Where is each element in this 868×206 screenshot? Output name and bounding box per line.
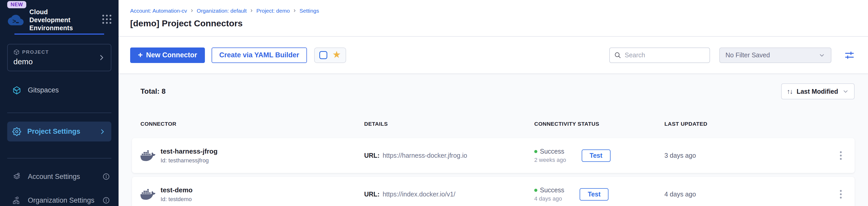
- main-content: Account: Automation-cv › Organization: d…: [119, 0, 868, 206]
- last-updated-cell: 3 days ago: [664, 152, 832, 159]
- column-header-connector: CONNECTOR: [141, 121, 364, 127]
- test-connection-button[interactable]: Test: [580, 188, 609, 201]
- star-icon: ★: [333, 50, 341, 59]
- connector-name-block: test-harness-jfrog Id: testharnessjfrog: [160, 147, 218, 164]
- status-dot-success: [534, 150, 537, 153]
- row-menu-kebab-icon[interactable]: [837, 149, 844, 162]
- breadcrumb-separator: ›: [191, 7, 193, 14]
- filter-sliders-icon[interactable]: [844, 50, 855, 60]
- favorites-checkbox[interactable]: [319, 51, 327, 59]
- test-connection-button[interactable]: Test: [582, 150, 611, 162]
- column-header-last-updated: LAST UPDATED: [664, 121, 832, 127]
- chevron-down-icon: [842, 88, 849, 95]
- project-meta: PROJECT demo: [13, 49, 49, 66]
- saved-filter-select[interactable]: No Filter Saved: [719, 48, 831, 63]
- cube-icon: [13, 49, 20, 55]
- connectivity-status-cell: Success 2 weeks ago Test: [534, 148, 664, 163]
- sidebar-item-gitspaces[interactable]: Gitspaces: [0, 85, 119, 96]
- toolbar: + New Connector Create via YAML Builder …: [119, 37, 868, 74]
- sidebar-item-label: Organization Settings: [28, 197, 94, 204]
- new-connector-label: New Connector: [146, 51, 197, 59]
- breadcrumb-account[interactable]: Account: Automation-cv: [130, 8, 187, 14]
- project-selector-label: PROJECT: [22, 49, 49, 55]
- column-header-connectivity-status: CONNECTIVITY STATUS: [534, 121, 664, 127]
- table-row[interactable]: test-harness-jfrog Id: testharnessjfrog …: [132, 138, 855, 173]
- status-dot-success: [534, 189, 537, 192]
- layers-gear-icon: [12, 172, 21, 181]
- connector-id: Id: testharnessjfrog: [160, 157, 218, 164]
- plus-icon: +: [138, 50, 143, 60]
- connector-name-block: test-demo Id: testdemo: [160, 186, 192, 203]
- search-box: [609, 48, 710, 63]
- url-label: URL:: [364, 190, 380, 198]
- app-logo-row: > Cloud Development Environments: [7, 8, 111, 32]
- docker-icon: [141, 187, 155, 202]
- chevron-right-icon: [99, 128, 106, 135]
- sidebar-item-label: Account Settings: [28, 173, 80, 181]
- new-badge: NEW: [7, 1, 26, 8]
- column-header-details: DETAILS: [364, 121, 534, 127]
- details-cell: URL: https://harness-docker.jfrog.io: [364, 152, 534, 159]
- status-block: Success 2 weeks ago: [534, 148, 566, 163]
- app-switcher-grid-icon[interactable]: [102, 15, 111, 24]
- breadcrumb-organization[interactable]: Organization: default: [197, 8, 247, 14]
- chevron-right-icon: [98, 54, 105, 61]
- gear-icon: [12, 127, 21, 136]
- info-icon[interactable]: [102, 197, 110, 204]
- list-top-bar: Total: 8 ↑↓ Last Modified: [132, 83, 855, 99]
- last-updated-cell: 4 days ago: [664, 190, 832, 198]
- connector-list-area: Total: 8 ↑↓ Last Modified CONNECTOR DETA…: [119, 74, 868, 206]
- connectivity-status-cell: Success 4 days ago Test: [534, 186, 664, 202]
- status-text: Success: [540, 148, 564, 155]
- sidebar-divider: [7, 158, 111, 158]
- breadcrumb: Account: Automation-cv › Organization: d…: [130, 8, 857, 14]
- sort-dropdown[interactable]: ↑↓ Last Modified: [781, 83, 855, 99]
- app-title: Cloud Development Environments: [29, 8, 84, 32]
- connector-cell: test-demo Id: testdemo: [141, 186, 364, 203]
- docker-icon: [141, 148, 155, 163]
- sidebar: NEW > Cloud Development Environments PRO…: [0, 0, 119, 206]
- connector-name: test-demo: [160, 186, 192, 194]
- create-via-yaml-builder-button[interactable]: Create via YAML Builder: [212, 48, 307, 63]
- breadcrumb-settings[interactable]: Settings: [300, 8, 319, 14]
- breadcrumb-project[interactable]: Project: demo: [256, 8, 290, 14]
- project-selector-value: demo: [13, 57, 49, 66]
- url-value: https://index.docker.io/v1/: [383, 190, 455, 198]
- sort-arrows-icon: ↑↓: [787, 87, 793, 96]
- breadcrumb-separator: ›: [250, 7, 253, 14]
- status-time: 2 weeks ago: [534, 157, 566, 163]
- table-row[interactable]: test-demo Id: testdemo URL: https://inde…: [132, 177, 855, 206]
- status-time: 4 days ago: [534, 196, 564, 202]
- new-connector-button[interactable]: + New Connector: [130, 48, 205, 63]
- sidebar-item-organization-settings[interactable]: Organization Settings: [0, 195, 119, 206]
- sidebar-item-label: Gitspaces: [28, 86, 59, 94]
- breadcrumb-separator: ›: [293, 7, 296, 14]
- gitspaces-cube-icon: [12, 86, 21, 95]
- chevron-down-icon: [818, 52, 825, 59]
- project-selector[interactable]: PROJECT demo: [7, 44, 111, 71]
- svg-text:>: >: [12, 18, 16, 25]
- sidebar-header: NEW > Cloud Development Environments: [0, 0, 119, 34]
- search-input[interactable]: [625, 51, 705, 59]
- sidebar-item-project-settings[interactable]: Project Settings: [7, 122, 111, 142]
- connector-name: test-harness-jfrog: [160, 147, 218, 155]
- row-menu-kebab-icon[interactable]: [837, 187, 844, 201]
- search-icon: [614, 52, 621, 59]
- url-label: URL:: [364, 152, 380, 159]
- org-chart-gear-icon: [12, 196, 21, 205]
- info-icon[interactable]: [102, 173, 110, 180]
- total-count: Total: 8: [141, 87, 165, 96]
- table-header-row: CONNECTOR DETAILS CONNECTIVITY STATUS LA…: [132, 121, 855, 127]
- saved-filter-value: No Filter Saved: [725, 51, 770, 59]
- connector-id: Id: testdemo: [160, 196, 192, 203]
- cde-cloud-logo-icon: >: [7, 12, 24, 27]
- connector-cell: test-harness-jfrog Id: testharnessjfrog: [141, 147, 364, 164]
- logo-underline: [14, 33, 104, 34]
- sidebar-divider: [7, 112, 111, 113]
- status-text: Success: [540, 186, 564, 194]
- favorites-filter-group: ★: [314, 48, 346, 63]
- sidebar-item-account-settings[interactable]: Account Settings: [0, 171, 119, 182]
- status-block: Success 4 days ago: [534, 186, 564, 202]
- sidebar-item-label: Project Settings: [27, 128, 81, 135]
- url-value: https://harness-docker.jfrog.io: [383, 152, 467, 159]
